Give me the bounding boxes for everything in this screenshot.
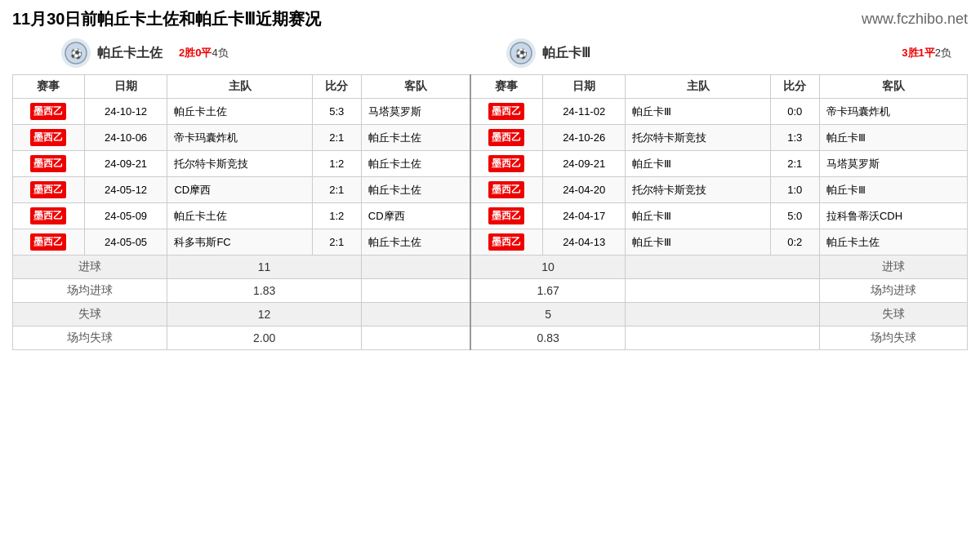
stat-left-val-2: 12 — [167, 303, 361, 327]
stat-left-label-2: 失球 — [13, 303, 167, 327]
col-header-left-home: 主队 — [167, 75, 312, 99]
stats-row: 进球 11 10 进球 — [13, 256, 968, 279]
stats-row: 场均失球 2.00 0.83 场均失球 — [13, 327, 968, 350]
stat-right-spacer-1 — [626, 279, 819, 303]
left-draw: 0平 — [195, 47, 212, 59]
right-lose: 2负 — [935, 47, 951, 59]
svg-text:⚽: ⚽ — [70, 47, 82, 60]
col-header-left-score: 比分 — [312, 75, 361, 99]
left-away-2: 帕丘卡土佐 — [361, 151, 470, 177]
right-away-2: 马塔莫罗斯 — [819, 151, 967, 177]
right-score-4: 5:0 — [770, 203, 819, 229]
left-away-1: 帕丘卡土佐 — [361, 125, 470, 151]
col-header-right-home: 主队 — [626, 75, 770, 99]
stat-right-val-0: 10 — [470, 256, 626, 279]
col-header-left-date: 日期 — [84, 75, 167, 99]
left-home-3: CD摩西 — [167, 177, 312, 203]
col-header-left-league: 赛事 — [13, 75, 85, 99]
stat-spacer-2 — [361, 303, 470, 327]
right-score-0: 0:0 — [770, 99, 819, 125]
left-league-2: 墨西乙 — [13, 151, 85, 177]
left-score-4: 1:2 — [312, 203, 361, 229]
right-league-2: 墨西乙 — [470, 151, 543, 177]
left-home-1: 帝卡玛囊炸机 — [167, 125, 312, 151]
left-date-4: 24-05-09 — [84, 203, 167, 229]
stat-spacer-3 — [361, 327, 470, 350]
right-team-name: 帕丘卡Ⅲ — [542, 45, 590, 62]
right-team-header: ⚽ 帕丘卡Ⅲ 3胜1平2负 — [490, 38, 968, 68]
table-row: 墨西乙 24-10-06 帝卡玛囊炸机 2:1 帕丘卡土佐 墨西乙 24-10-… — [13, 125, 968, 151]
left-league-5: 墨西乙 — [13, 229, 85, 256]
team-headers: ⚽ 帕丘卡土佐 2胜0平4负 ⚽ 帕丘卡Ⅲ 3胜1平2负 — [12, 38, 968, 68]
stat-left-val-1: 1.83 — [167, 279, 361, 303]
stat-right-spacer-0 — [626, 256, 819, 279]
right-date-4: 24-04-17 — [542, 203, 626, 229]
right-home-1: 托尔特卡斯竞技 — [626, 125, 770, 151]
left-score-1: 2:1 — [312, 125, 361, 151]
right-date-5: 24-04-13 — [542, 229, 626, 256]
col-header-left-away: 客队 — [361, 75, 470, 99]
right-date-2: 24-09-21 — [542, 151, 626, 177]
stats-row: 场均进球 1.83 1.67 场均进球 — [13, 279, 968, 303]
left-date-2: 24-09-21 — [84, 151, 167, 177]
left-date-5: 24-05-05 — [84, 229, 167, 256]
left-league-4: 墨西乙 — [13, 203, 85, 229]
left-team-record: 2胜0平4负 — [179, 46, 229, 60]
stat-right-label-0: 进球 — [819, 256, 967, 279]
stat-left-label-3: 场均失球 — [13, 327, 167, 350]
stat-left-label-1: 场均进球 — [13, 279, 167, 303]
left-league-0: 墨西乙 — [13, 99, 85, 125]
svg-text:⚽: ⚽ — [515, 47, 528, 60]
website-url: www.fczhibo.net — [862, 11, 968, 28]
right-date-1: 24-10-26 — [542, 125, 626, 151]
stat-right-label-2: 失球 — [819, 303, 967, 327]
table-row: 墨西乙 24-10-12 帕丘卡土佐 5:3 马塔莫罗斯 墨西乙 24-11-0… — [13, 99, 968, 125]
right-win: 3胜 — [902, 47, 918, 59]
right-league-5: 墨西乙 — [470, 229, 543, 256]
left-home-0: 帕丘卡土佐 — [167, 99, 312, 125]
left-score-2: 1:2 — [312, 151, 361, 177]
left-home-5: 科多韦斯FC — [167, 229, 312, 256]
left-league-1: 墨西乙 — [13, 125, 85, 151]
stat-right-label-1: 场均进球 — [819, 279, 967, 303]
stat-right-spacer-3 — [626, 327, 819, 350]
right-score-3: 1:0 — [770, 177, 819, 203]
stat-left-val-0: 11 — [167, 256, 361, 279]
stat-left-val-3: 2.00 — [167, 327, 361, 350]
stats-row: 失球 12 5 失球 — [13, 303, 968, 327]
right-home-3: 托尔特卡斯竞技 — [626, 177, 770, 203]
left-away-4: CD摩西 — [361, 203, 470, 229]
right-date-0: 24-11-02 — [542, 99, 626, 125]
stat-right-val-3: 0.83 — [470, 327, 626, 350]
left-home-4: 帕丘卡土佐 — [167, 203, 312, 229]
col-header-right-away: 客队 — [819, 75, 967, 99]
left-score-0: 5:3 — [312, 99, 361, 125]
left-lose: 4负 — [212, 47, 228, 59]
table-row: 墨西乙 24-09-21 托尔特卡斯竞技 1:2 帕丘卡土佐 墨西乙 24-09… — [13, 151, 968, 177]
right-league-3: 墨西乙 — [470, 177, 543, 203]
left-score-3: 2:1 — [312, 177, 361, 203]
right-home-0: 帕丘卡Ⅲ — [626, 99, 770, 125]
right-team-record: 3胜1平2负 — [902, 46, 968, 60]
col-header-right-league: 赛事 — [470, 75, 543, 99]
page-wrapper: 11月30日前帕丘卡土佐和帕丘卡Ⅲ近期赛况 www.fczhibo.net ⚽ … — [0, 0, 980, 358]
stat-right-val-2: 5 — [470, 303, 626, 327]
right-home-5: 帕丘卡Ⅲ — [626, 229, 770, 256]
right-away-0: 帝卡玛囊炸机 — [819, 99, 967, 125]
col-header-right-date: 日期 — [542, 75, 626, 99]
left-away-5: 帕丘卡土佐 — [361, 229, 470, 256]
right-date-3: 24-04-20 — [542, 177, 626, 203]
stat-left-label-0: 进球 — [13, 256, 167, 279]
table-row: 墨西乙 24-05-05 科多韦斯FC 2:1 帕丘卡土佐 墨西乙 24-04-… — [13, 229, 968, 256]
left-away-3: 帕丘卡土佐 — [361, 177, 470, 203]
right-away-4: 拉科鲁蒂沃CDH — [819, 203, 967, 229]
right-league-4: 墨西乙 — [470, 203, 543, 229]
table-header-row: 赛事 日期 主队 比分 客队 赛事 日期 主队 比分 客队 — [13, 75, 968, 99]
right-league-1: 墨西乙 — [470, 125, 543, 151]
left-team-header: ⚽ 帕丘卡土佐 2胜0平4负 — [12, 38, 490, 68]
stat-right-label-3: 场均失球 — [819, 327, 967, 350]
stat-right-spacer-2 — [626, 303, 819, 327]
right-team-logo: ⚽ — [506, 38, 536, 68]
main-table: 赛事 日期 主队 比分 客队 赛事 日期 主队 比分 客队 墨西乙 24-10-… — [12, 74, 968, 350]
col-header-right-score: 比分 — [770, 75, 819, 99]
